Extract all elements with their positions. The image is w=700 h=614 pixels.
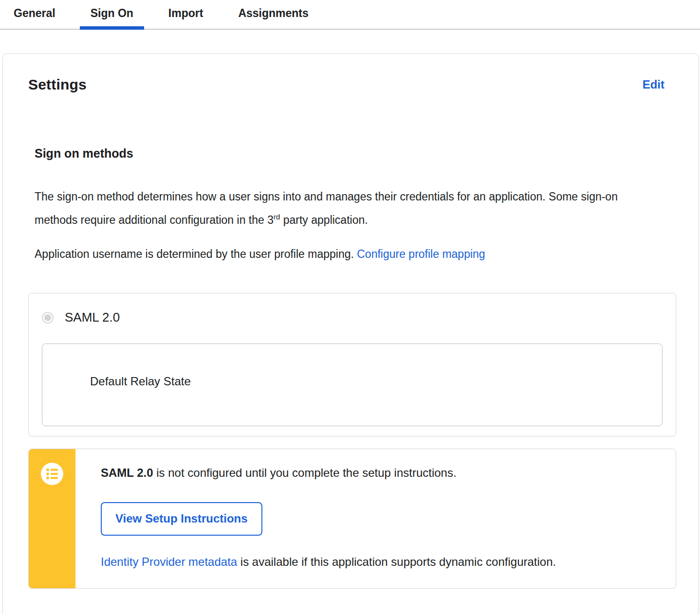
tab-import[interactable]: Import <box>158 4 214 29</box>
default-relay-state-label: Default Relay State <box>90 375 191 388</box>
default-relay-state-box: Default Relay State <box>42 343 663 426</box>
page-title: Settings <box>28 76 87 93</box>
settings-card-header: Settings Edit <box>28 76 676 93</box>
edit-link[interactable]: Edit <box>643 78 664 91</box>
saml-radio-button[interactable] <box>42 312 54 324</box>
callout-strong-text: SAML 2.0 <box>101 466 153 479</box>
username-mapping-text: Application username is determined by th… <box>35 248 357 260</box>
callout-stripe <box>29 449 75 588</box>
saml-method-box: SAML 2.0 Default Relay State <box>28 293 676 436</box>
tab-sign-on[interactable]: Sign On <box>80 4 144 29</box>
sign-on-methods-heading: Sign on methods <box>28 146 676 161</box>
callout-message: SAML 2.0 is not configured until you com… <box>101 466 656 480</box>
tab-general[interactable]: General <box>3 4 66 29</box>
saml-radio-row: SAML 2.0 <box>42 310 663 325</box>
view-setup-instructions-button[interactable]: View Setup Instructions <box>101 502 262 536</box>
configure-profile-mapping-link[interactable]: Configure profile mapping <box>357 248 485 260</box>
identity-provider-metadata-link[interactable]: Identity Provider metadata <box>101 555 237 568</box>
username-mapping-line: Application username is determined by th… <box>28 242 633 266</box>
settings-card: Settings Edit Sign on methods The sign-o… <box>2 54 699 614</box>
metadata-line: Identity Provider metadata is available … <box>101 555 656 569</box>
callout-message-text: is not configured until you complete the… <box>153 466 457 479</box>
description-superscript: rd <box>274 213 280 221</box>
metadata-text: is available if this application support… <box>237 555 556 568</box>
description-text-part2: party application. <box>280 214 368 226</box>
tab-assignments[interactable]: Assignments <box>227 4 319 29</box>
sign-on-methods-description: The sign-on method determines how a user… <box>28 185 633 232</box>
saml-radio-label: SAML 2.0 <box>65 310 120 325</box>
list-icon <box>41 463 63 485</box>
callout-body: SAML 2.0 is not configured until you com… <box>75 449 676 588</box>
saml-setup-callout: SAML 2.0 is not configured until you com… <box>28 449 676 589</box>
app-tab-bar: General Sign On Import Assignments <box>0 0 700 30</box>
